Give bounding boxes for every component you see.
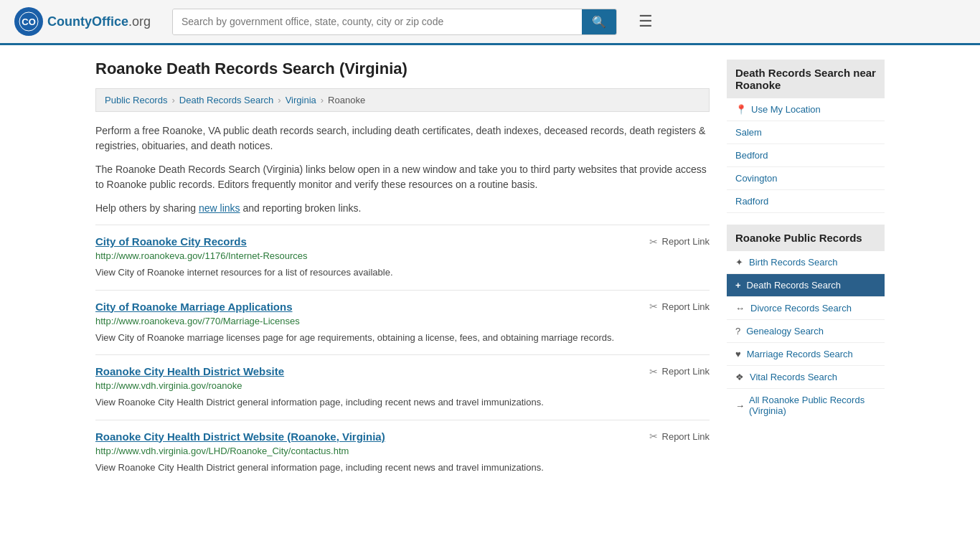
result-url: http://www.roanokeva.gov/770/Marriage-Li… <box>95 316 710 326</box>
use-location-link[interactable]: Use My Location <box>751 104 821 115</box>
page-title: Roanoke Death Records Search (Virginia) <box>95 60 710 78</box>
result-item: Roanoke City Health District Website (Ro… <box>95 420 710 485</box>
hamburger-menu-button[interactable]: ☰ <box>639 12 653 31</box>
breadcrumb-virginia[interactable]: Virginia <box>286 95 316 105</box>
breadcrumb-public-records[interactable]: Public Records <box>105 95 167 105</box>
marriage-records-icon: ♥ <box>735 349 741 359</box>
main-container: Roanoke Death Records Search (Virginia) … <box>81 45 899 499</box>
result-title-link[interactable]: City of Roanoke Marriage Applications <box>95 301 293 313</box>
sidebar-location-covington[interactable]: Covington <box>727 167 885 190</box>
sidebar-item-birth-records[interactable]: ✦ Birth Records Search <box>727 251 885 274</box>
radford-link[interactable]: Radford <box>735 196 768 207</box>
breadcrumb-roanoke: Roanoke <box>328 95 365 105</box>
death-records-icon: + <box>735 280 741 291</box>
sidebar-item-vital-records[interactable]: ❖ Vital Records Search <box>727 366 885 389</box>
breadcrumb-death-records[interactable]: Death Records Search <box>179 95 274 105</box>
result-url: http://www.vdh.virginia.gov/roanoke <box>95 380 710 391</box>
search-input[interactable] <box>173 9 582 34</box>
sidebar-nearby-title: Death Records Search near Roanoke <box>727 60 885 98</box>
content-area: Roanoke Death Records Search (Virginia) … <box>95 60 710 484</box>
result-url: http://www.roanokeva.gov/1176/Internet-R… <box>95 250 710 261</box>
all-records-link[interactable]: All Roanoke Public Records (Virginia) <box>749 395 876 416</box>
sidebar-location-bedford[interactable]: Bedford <box>727 144 885 167</box>
logo-area: CO CountyOffice.org <box>14 7 158 36</box>
birth-records-link[interactable]: Birth Records Search <box>749 257 838 268</box>
salem-link[interactable]: Salem <box>735 127 762 138</box>
sidebar-location-salem[interactable]: Salem <box>727 121 885 144</box>
result-item: City of Roanoke City Records ✂ Report Li… <box>95 225 710 290</box>
genealogy-link[interactable]: Genealogy Search <box>746 326 824 336</box>
result-description: View City of Roanoke internet resources … <box>95 265 710 280</box>
svg-text:CO: CO <box>22 17 36 27</box>
report-link-button[interactable]: ✂ Report Link <box>649 366 710 377</box>
result-item: Roanoke City Health District Website ✂ R… <box>95 354 710 420</box>
new-links-link[interactable]: new links <box>199 202 240 214</box>
all-records-link-item[interactable]: → All Roanoke Public Records (Virginia) <box>727 389 885 422</box>
search-bar: 🔍 <box>172 9 617 35</box>
sidebar-item-divorce-records[interactable]: ↔ Divorce Records Search <box>727 297 885 320</box>
sidebar-item-death-records[interactable]: + Death Records Search <box>727 274 885 297</box>
sidebar-public-records-title: Roanoke Public Records <box>727 225 885 251</box>
covington-link[interactable]: Covington <box>735 173 778 184</box>
result-description: View Roanoke City Health District genera… <box>95 395 710 410</box>
report-link-button[interactable]: ✂ Report Link <box>649 430 710 442</box>
sidebar-use-location[interactable]: 📍 Use My Location <box>727 98 885 121</box>
sidebar-location-radford[interactable]: Radford <box>727 190 885 213</box>
logo-text: CountyOffice.org <box>47 14 151 29</box>
report-link-button[interactable]: ✂ Report Link <box>649 301 710 312</box>
divorce-records-icon: ↔ <box>735 303 745 314</box>
birth-records-icon: ✦ <box>735 257 743 268</box>
report-icon: ✂ <box>649 301 658 312</box>
results-list: City of Roanoke City Records ✂ Report Li… <box>95 225 710 484</box>
report-link-button[interactable]: ✂ Report Link <box>649 236 710 248</box>
description-para1: Perform a free Roanoke, VA public death … <box>95 123 710 154</box>
genealogy-icon: ? <box>735 326 740 336</box>
result-title-link[interactable]: Roanoke City Health District Website (Ro… <box>95 430 385 443</box>
breadcrumb: Public Records › Death Records Search › … <box>95 88 710 112</box>
search-button[interactable]: 🔍 <box>582 9 616 34</box>
report-icon: ✂ <box>649 236 658 248</box>
arrow-icon: → <box>735 400 745 411</box>
report-icon: ✂ <box>649 430 658 442</box>
report-icon: ✂ <box>649 366 658 377</box>
marriage-records-link[interactable]: Marriage Records Search <box>747 349 853 359</box>
site-header: CO CountyOffice.org 🔍 ☰ <box>0 0 980 45</box>
description-para2: The Roanoke Death Records Search (Virgin… <box>95 162 710 192</box>
result-item: City of Roanoke Marriage Applications ✂ … <box>95 290 710 355</box>
sidebar: Death Records Search near Roanoke 📍 Use … <box>727 60 885 484</box>
result-description: View Roanoke City Health District genera… <box>95 461 710 475</box>
bedford-link[interactable]: Bedford <box>735 150 768 161</box>
result-description: View City of Roanoke marriage licenses p… <box>95 331 710 345</box>
result-title-link[interactable]: Roanoke City Health District Website <box>95 365 284 377</box>
vital-records-link[interactable]: Vital Records Search <box>750 372 837 382</box>
description-para3: Help others by sharing new links and rep… <box>95 201 710 216</box>
result-url: http://www.vdh.virginia.gov/LHD/Roanoke_… <box>95 446 710 456</box>
pin-icon: 📍 <box>735 104 747 115</box>
sidebar-item-marriage-records[interactable]: ♥ Marriage Records Search <box>727 343 885 366</box>
death-records-link[interactable]: Death Records Search <box>747 280 842 291</box>
sidebar-item-genealogy[interactable]: ? Genealogy Search <box>727 320 885 343</box>
divorce-records-link[interactable]: Divorce Records Search <box>750 303 852 314</box>
result-title-link[interactable]: City of Roanoke City Records <box>95 235 247 248</box>
vital-records-icon: ❖ <box>735 372 744 382</box>
logo-icon: CO <box>14 7 43 36</box>
